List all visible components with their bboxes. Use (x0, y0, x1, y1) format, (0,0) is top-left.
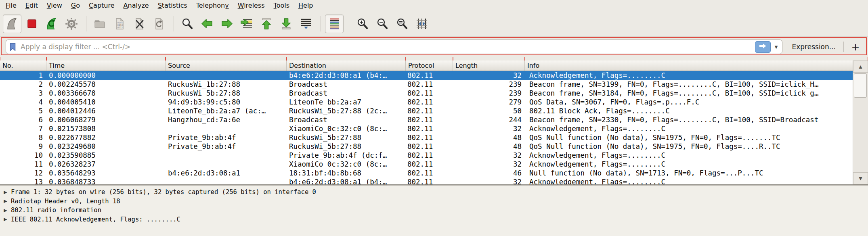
bookmark-icon[interactable] (10, 43, 16, 51)
expression-button[interactable]: Expression... (792, 43, 836, 51)
display-filter-field[interactable]: ▼ (6, 40, 782, 54)
menu-edit[interactable]: Edit (21, 1, 42, 10)
packet-row-11[interactable]: 110.026328237XiaomiCo_0c:32:c0 (8c:…802.… (0, 160, 853, 169)
packet-list-pane: No.TimeSourceDestinationProtocolLengthIn… (0, 61, 853, 184)
filter-history-dropdown[interactable]: ▼ (771, 45, 780, 49)
toolbar-go-forward[interactable] (218, 15, 236, 33)
menu-capture[interactable]: Capture (84, 1, 119, 10)
cell-info: 802.11 Block Ack, Flags=........C (525, 107, 853, 115)
cell-time: 0.026328237 (46, 160, 166, 169)
doc-binary-icon: 010101100011 (113, 17, 126, 31)
menu-help[interactable]: Help (294, 1, 317, 10)
add-filter-button[interactable]: + (849, 41, 862, 53)
scroll-up-button[interactable]: ▲ (853, 61, 868, 73)
toolbar-file-reload[interactable] (150, 15, 168, 33)
packet-row-4[interactable]: 40.00400541094:d9:b3:99:c5:80LiteonTe_bb… (0, 98, 853, 107)
cell-time: 0.035648293 (46, 169, 166, 178)
toolbar-file-open[interactable] (90, 15, 109, 33)
scroll-up-icon: ▲ (859, 64, 862, 69)
packet-row-7[interactable]: 70.021573808XiaomiCo_0c:32:c0 (8c:…802.1… (0, 124, 853, 133)
toolbar-go-to-packet[interactable] (237, 15, 256, 33)
toolbar-auto-scroll[interactable] (297, 15, 315, 33)
toolbar-colorize-packets[interactable] (325, 15, 344, 33)
scrollbar-thumb[interactable] (854, 73, 867, 98)
cell-protocol: 802.11 (406, 80, 453, 89)
cell-length: 50 (453, 107, 525, 115)
display-filter-input[interactable] (20, 42, 752, 51)
toolbar-go-last-packet[interactable] (277, 15, 296, 33)
color-lines-icon (327, 17, 341, 31)
cell-source: RuckusWi_5b:27:88 (166, 89, 287, 98)
packet-row-9[interactable]: 90.023249680Private_9b:ab:4fRuckusWi_5b:… (0, 142, 853, 151)
expander-icon[interactable]: ▶ (0, 217, 11, 222)
menu-tools[interactable]: Tools (269, 1, 294, 10)
column-header-source[interactable]: Source (166, 61, 287, 71)
arrow-down-bar-icon (279, 17, 293, 31)
packet-details: ▶Frame 1: 32 bytes on wire (256 bits), 3… (0, 186, 868, 236)
toolbar-zoom-out[interactable] (373, 15, 392, 33)
menu-telephony[interactable]: Telephony (192, 1, 233, 10)
column-header-protocol[interactable]: Protocol (406, 61, 453, 71)
cell-no: 11 (0, 160, 46, 169)
apply-filter-button[interactable] (755, 41, 771, 53)
toolbar-capture-stop[interactable] (23, 15, 41, 33)
toolbar-file-close[interactable] (130, 15, 149, 33)
toolbar-capture-start[interactable] (3, 15, 21, 33)
cell-length: 32 (453, 151, 525, 160)
packet-list-header: No.TimeSourceDestinationProtocolLengthIn… (0, 61, 853, 71)
toolbar-find-packet[interactable] (178, 15, 197, 33)
packet-row-12[interactable]: 120.035648293b4:e6:2d:d3:08:a118:31:bf:4… (0, 169, 853, 178)
packet-list-scrollbar[interactable]: ▲ ▼ (853, 61, 868, 184)
column-header-length[interactable]: Length (453, 61, 525, 71)
scroll-down-button[interactable]: ▼ (853, 172, 868, 184)
expander-icon[interactable]: ▶ (0, 190, 11, 195)
cell-source: 94:d9:b3:99:c5:80 (166, 98, 287, 107)
column-header-info[interactable]: Info (525, 61, 853, 71)
column-header-destination[interactable]: Destination (287, 61, 406, 71)
stop-square-icon (25, 17, 39, 31)
detail-row[interactable]: ▶Frame 1: 32 bytes on wire (256 bits), 3… (0, 188, 868, 197)
column-header-no[interactable]: No. (0, 61, 46, 71)
menu-file[interactable]: File (1, 1, 21, 10)
main-toolbar: 010101100011 (0, 11, 868, 37)
toolbar-resize-columns[interactable] (413, 15, 431, 33)
shark-fin-restart-icon (45, 17, 59, 31)
filter-separator (843, 42, 844, 52)
toolbar-file-save[interactable]: 010101100011 (110, 15, 129, 33)
packet-row-10[interactable]: 100.023590885Private_9b:ab:4f (dc:f…802.… (0, 151, 853, 160)
toolbar-capture-restart[interactable] (42, 15, 61, 33)
packet-row-13[interactable]: 130.036848733b4:e6:2d:d3:08:a1 (b4:…802.… (0, 178, 853, 184)
magnifier-minus-icon (375, 17, 389, 31)
cell-length: 46 (453, 169, 525, 178)
toolbar-go-first-packet[interactable] (257, 15, 276, 33)
packet-row-6[interactable]: 60.006068279Hangzhou_cd:7a:6eBroadcast80… (0, 115, 853, 124)
packet-row-5[interactable]: 50.004012446LiteonTe_bb:2a:a7 (ac:…Rucku… (0, 107, 853, 115)
column-header-time[interactable]: Time (46, 61, 166, 71)
toolbar-zoom-reset[interactable] (393, 15, 411, 33)
folder-icon (93, 17, 107, 31)
packet-row-2[interactable]: 20.002245578RuckusWi_1b:27:88Broadcast80… (0, 80, 853, 89)
cell-protocol: 802.11 (406, 71, 453, 80)
detail-row[interactable]: ▶IEEE 802.11 Acknowledgement, Flags: ...… (0, 215, 868, 224)
menu-go[interactable]: Go (67, 1, 84, 10)
toolbar-go-back[interactable] (198, 15, 216, 33)
menu-analyze[interactable]: Analyze (119, 1, 153, 10)
packet-row-1[interactable]: 10.000000000b4:e6:2d:d3:08:a1 (b4:…802.1… (0, 71, 853, 80)
arrow-right-icon (220, 17, 234, 31)
menu-view[interactable]: View (42, 1, 67, 10)
menu-statistics[interactable]: Statistics (153, 1, 192, 10)
cell-source: Private_9b:ab:4f (166, 133, 287, 142)
detail-row[interactable]: ▶802.11 radio information (0, 206, 868, 215)
expander-icon[interactable]: ▶ (0, 198, 11, 204)
packet-row-8[interactable]: 80.022677882Private_9b:ab:4fRuckusWi_5b:… (0, 133, 853, 142)
menu-wireless[interactable]: Wireless (233, 1, 269, 10)
cell-no: 12 (0, 169, 46, 178)
cell-destination: Broadcast (287, 80, 406, 89)
cell-destination: b4:e6:2d:d3:08:a1 (b4:… (287, 71, 406, 80)
detail-row[interactable]: ▶Radiotap Header v0, Length 18 (0, 197, 868, 206)
toolbar-zoom-in[interactable] (353, 15, 372, 33)
cell-protocol: 802.11 (406, 124, 453, 133)
toolbar-capture-options[interactable] (62, 15, 81, 33)
packet-row-3[interactable]: 30.003366678RuckusWi_5b:27:88Broadcast80… (0, 89, 853, 98)
expander-icon[interactable]: ▶ (0, 208, 11, 213)
